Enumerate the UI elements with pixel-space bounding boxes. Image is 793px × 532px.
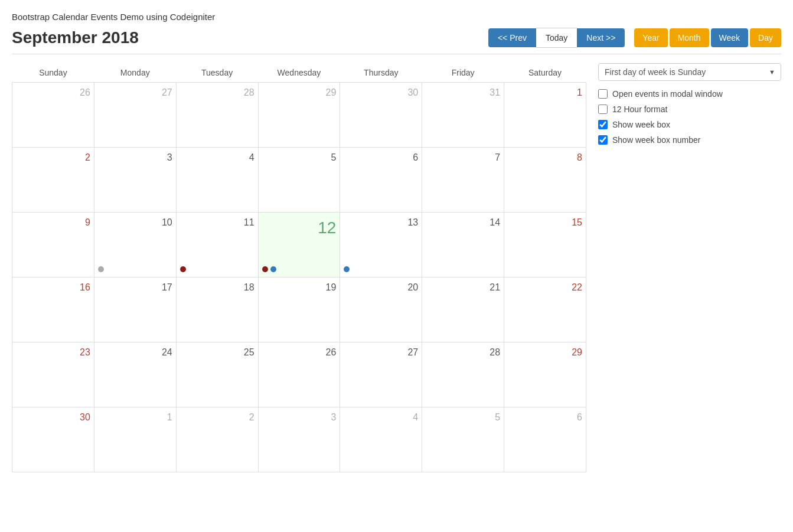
calendar-cell[interactable]: 29: [504, 342, 586, 407]
option-hour_format: 12 Hour format: [598, 105, 781, 114]
event-dot-dark-red: [262, 266, 268, 272]
week-start-dropdown[interactable]: First day of week is Sunday: [598, 63, 781, 81]
nav-group: << Prev Today Next >>: [488, 28, 625, 48]
options-list: Open events in modal window12 Hour forma…: [598, 89, 781, 145]
label-show_week_box_number: Show week box number: [612, 135, 700, 145]
calendar-cell[interactable]: 10: [94, 213, 176, 278]
calendar-cell[interactable]: 6: [340, 148, 422, 213]
month-button[interactable]: Month: [670, 28, 709, 47]
label-hour_format: 12 Hour format: [612, 105, 667, 114]
calendar-cell[interactable]: 6: [504, 407, 586, 472]
calendar-cell[interactable]: 5: [422, 407, 504, 472]
week-button[interactable]: Week: [711, 28, 749, 47]
calendar-cell[interactable]: 23: [12, 342, 94, 407]
year-button[interactable]: Year: [634, 28, 667, 47]
calendar-cell[interactable]: 1: [94, 407, 176, 472]
calendar-section: SundayMondayTuesdayWednesdayThursdayFrid…: [12, 63, 586, 472]
calendar-cell[interactable]: 31: [422, 83, 504, 148]
calendar-cell[interactable]: 16: [12, 278, 94, 342]
event-dot-blue: [270, 266, 276, 272]
calendar-cell[interactable]: 20: [340, 278, 422, 342]
calendar-cell[interactable]: 18: [176, 278, 258, 342]
event-dot-blue: [344, 266, 350, 272]
month-title: September 2018: [12, 28, 139, 47]
next-button[interactable]: Next >>: [577, 28, 625, 47]
event-dots: [98, 266, 104, 272]
label-show_week_box: Show week box: [612, 120, 670, 129]
calendar-cell[interactable]: 27: [94, 83, 176, 148]
calendar-cell[interactable]: 4: [340, 407, 422, 472]
calendar-cell[interactable]: 9: [12, 213, 94, 278]
option-show_week_box_number: Show week box number: [598, 135, 781, 145]
calendar-cell[interactable]: 22: [504, 278, 586, 342]
event-dot-dark-red: [180, 266, 186, 272]
day-header-thursday: Thursday: [340, 63, 422, 83]
calendar-cell[interactable]: 7: [422, 148, 504, 213]
calendar-cell[interactable]: 24: [94, 342, 176, 407]
calendar-cell[interactable]: 14: [422, 213, 504, 278]
option-open_modal: Open events in modal window: [598, 89, 781, 99]
calendar-table: SundayMondayTuesdayWednesdayThursdayFrid…: [12, 63, 586, 472]
day-header-tuesday: Tuesday: [176, 63, 258, 83]
calendar-cell[interactable]: 28: [422, 342, 504, 407]
calendar-cell[interactable]: 28: [176, 83, 258, 148]
option-show_week_box: Show week box: [598, 120, 781, 129]
calendar-cell[interactable]: 21: [422, 278, 504, 342]
calendar-cell[interactable]: 3: [94, 148, 176, 213]
calendar-cell[interactable]: 12: [258, 213, 340, 278]
app-title: Bootstrap Calendar Events Demo using Cod…: [12, 12, 781, 22]
calendar-cell[interactable]: 27: [340, 342, 422, 407]
calendar-cell[interactable]: 3: [258, 407, 340, 472]
calendar-cell[interactable]: 26: [258, 342, 340, 407]
calendar-cell[interactable]: 29: [258, 83, 340, 148]
calendar-cell[interactable]: 26: [12, 83, 94, 148]
day-header-saturday: Saturday: [504, 63, 586, 83]
day-button[interactable]: Day: [750, 28, 781, 47]
header: September 2018 << Prev Today Next >> Yea…: [12, 28, 781, 48]
event-dot-gray: [98, 266, 104, 272]
main-content: SundayMondayTuesdayWednesdayThursdayFrid…: [12, 63, 781, 472]
checkbox-open_modal[interactable]: [598, 89, 608, 99]
calendar-cell[interactable]: 2: [12, 148, 94, 213]
calendar-cell[interactable]: 17: [94, 278, 176, 342]
day-header-monday: Monday: [94, 63, 176, 83]
calendar-cell[interactable]: 19: [258, 278, 340, 342]
calendar-cell[interactable]: 30: [340, 83, 422, 148]
day-header-friday: Friday: [422, 63, 504, 83]
calendar-cell[interactable]: 15: [504, 213, 586, 278]
calendar-cell[interactable]: 5: [258, 148, 340, 213]
checkbox-show_week_box[interactable]: [598, 120, 608, 129]
day-header-sunday: Sunday: [12, 63, 94, 83]
event-dots: [180, 266, 186, 272]
calendar-cell[interactable]: 11: [176, 213, 258, 278]
day-header-wednesday: Wednesday: [258, 63, 340, 83]
calendar-cell[interactable]: 25: [176, 342, 258, 407]
label-open_modal: Open events in modal window: [612, 89, 723, 99]
calendar-cell[interactable]: 1: [504, 83, 586, 148]
divider: [12, 54, 781, 54]
checkbox-show_week_box_number[interactable]: [598, 135, 608, 145]
view-buttons: Year Month Week Day: [634, 28, 781, 47]
checkbox-hour_format[interactable]: [598, 105, 608, 114]
event-dots: [262, 266, 276, 272]
calendar-cell[interactable]: 30: [12, 407, 94, 472]
today-button[interactable]: Today: [536, 28, 577, 48]
calendar-cell[interactable]: 2: [176, 407, 258, 472]
select-wrapper: First day of week is Sunday: [598, 63, 781, 81]
event-dots: [344, 266, 350, 272]
sidebar: First day of week is Sunday Open events …: [598, 63, 781, 472]
calendar-cell[interactable]: 13: [340, 213, 422, 278]
calendar-cell[interactable]: 8: [504, 148, 586, 213]
prev-button[interactable]: << Prev: [488, 28, 536, 47]
calendar-cell[interactable]: 4: [176, 148, 258, 213]
